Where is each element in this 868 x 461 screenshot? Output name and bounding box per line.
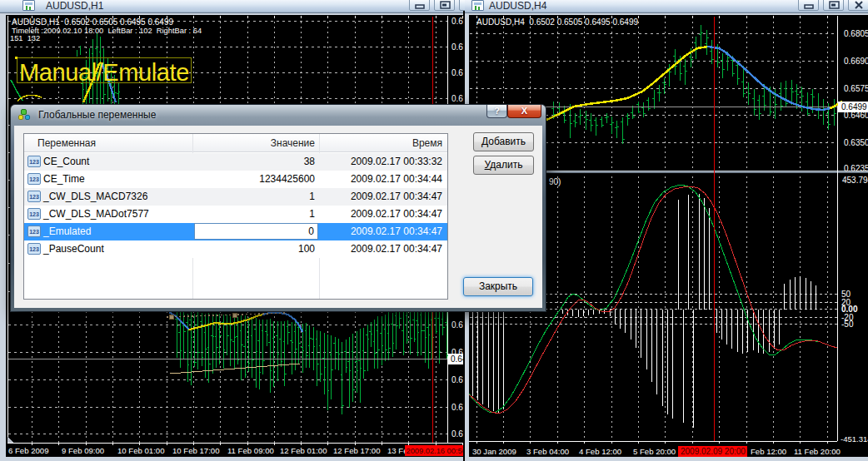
svg-text:11 Feb 09:00: 11 Feb 09:00 (227, 446, 274, 455)
svg-text:AUDUSD,H1 0.6502 0.6505 0.649: AUDUSD,H1 0.6502 0.6505 0.6495 0.6499 (12, 17, 173, 27)
svg-text:-50: -50 (841, 320, 854, 329)
svg-text:0.6350: 0.6350 (844, 138, 868, 147)
svg-text:11 Feb 20:00: 11 Feb 20:00 (794, 447, 841, 456)
svg-text:0.6: 0.6 (451, 94, 463, 103)
svg-text:Timeleft :2009.02.10 18:00 Le: Timeleft :2009.02.10 18:00 LeftBar : 102… (12, 27, 202, 35)
svg-text:13 Fe: 13 Fe (387, 446, 408, 455)
svg-text:0.6: 0.6 (451, 348, 463, 357)
svg-text:0.6: 0.6 (451, 42, 463, 52)
svg-text:0.6690: 0.6690 (844, 57, 868, 66)
svg-text:2009.02.09 20:00: 2009.02.09 20:00 (681, 447, 746, 456)
svg-text:10 Feb 17:00: 10 Feb 17:00 (172, 446, 220, 455)
svg-text:0.6: 0.6 (451, 320, 463, 330)
svg-text:90): 90) (549, 177, 561, 186)
svg-text:12 Feb 17:00: 12 Feb 17:00 (333, 446, 381, 455)
svg-text:12 Feb 01:00: 12 Feb 01:00 (280, 446, 327, 455)
svg-text:5 Feb 20:00: 5 Feb 20:00 (633, 447, 676, 456)
svg-text:0.6499: 0.6499 (841, 102, 867, 112)
svg-text:10 Feb 01:00: 10 Feb 01:00 (117, 446, 165, 455)
svg-text:-451.314: -451.314 (841, 434, 868, 444)
svg-text:0.6: 0.6 (451, 403, 463, 412)
svg-text:3 Feb 04:00: 3 Feb 04:00 (526, 447, 569, 456)
svg-text:0.6: 0.6 (451, 375, 463, 384)
svg-text:2009.02.16 00:50: 2009.02.16 00:50 (407, 447, 464, 455)
svg-text:0.6: 0.6 (451, 17, 463, 26)
svg-text:151 132: 151 132 (10, 34, 40, 42)
svg-text:453.794: 453.794 (842, 176, 868, 185)
svg-text:6 Feb 2009: 6 Feb 2009 (8, 446, 49, 455)
svg-text:30 Jan 2009: 30 Jan 2009 (472, 447, 516, 456)
svg-text:4 Feb 12:00: 4 Feb 12:00 (579, 447, 621, 456)
svg-text:0.6805: 0.6805 (844, 29, 868, 38)
svg-text:Feb 12:00: Feb 12:00 (751, 447, 786, 456)
svg-text:9 Feb 09:00: 9 Feb 09:00 (62, 446, 104, 455)
svg-text:0.6: 0.6 (451, 429, 463, 439)
svg-text:AUDUSD,H4 0.6502 0.6505 0.649: AUDUSD,H4 0.6502 0.6505 0.6495 0.6499 (476, 17, 638, 27)
svg-text:0.6235: 0.6235 (844, 164, 868, 173)
svg-text:Manual/Emulate: Manual/Emulate (19, 59, 189, 86)
svg-text:0.6575: 0.6575 (844, 84, 868, 93)
svg-text:0.6: 0.6 (451, 68, 463, 77)
